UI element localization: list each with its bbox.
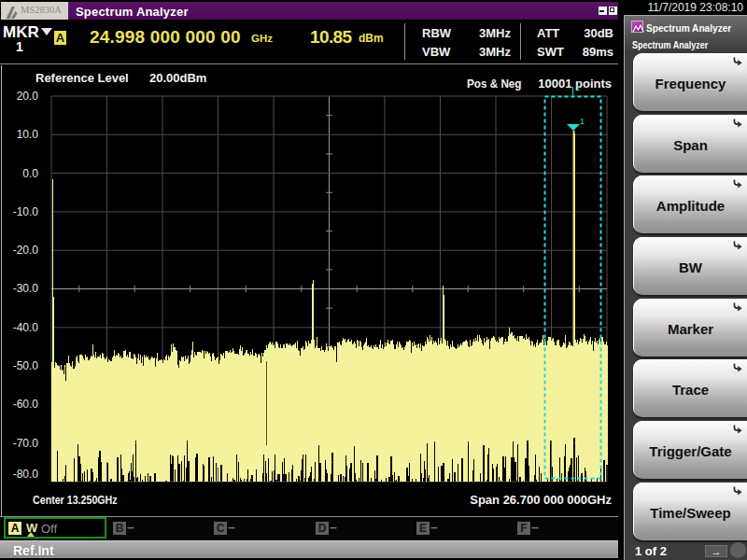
svg-text:1: 1: [580, 117, 585, 126]
svg-text:1: 1: [575, 83, 580, 92]
